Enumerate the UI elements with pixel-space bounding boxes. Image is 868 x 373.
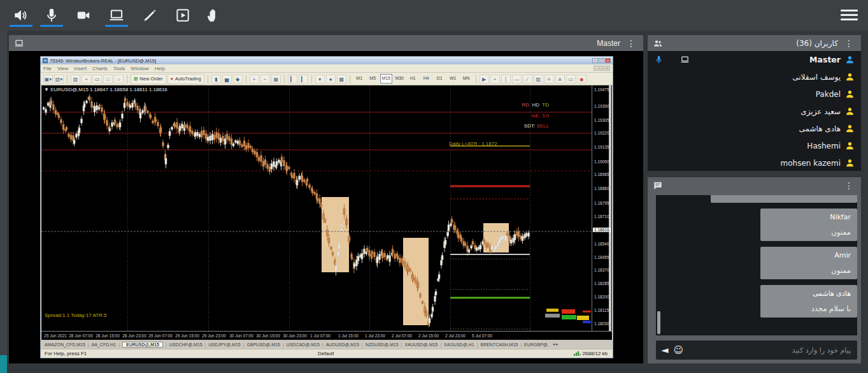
time-tick-label: 28 Jun 07:00 (69, 333, 93, 338)
mt4-window: W 75345: WindsorBrokers-REAL - [EURUSD@,… (40, 56, 613, 358)
mt4-doc-controls: –□× (594, 66, 610, 71)
price-scale: 1.194751.193901.193051.192201.191351.190… (592, 85, 612, 331)
time-tick-label: 25 Jun 2021 (44, 333, 67, 338)
time-tick-label: 1 Jul 07:00 (310, 333, 331, 338)
indicator-toe: toE: 3.0 (449, 113, 549, 119)
mt4-tool-icon: ● (326, 75, 336, 84)
price-tick-label: 1.18710 (594, 214, 609, 219)
price-tick-label: 1.18200 (594, 295, 609, 299)
user-row[interactable]: یوسف اسفلانی (648, 68, 861, 85)
time-tick-label: 29 Jun 07:00 (148, 333, 173, 338)
top-toolbar (0, 0, 868, 31)
user-name: سعید عزیزی (800, 107, 841, 116)
raise-hand-icon[interactable] (205, 7, 222, 24)
emoji-icon[interactable]: ☺ (674, 346, 684, 355)
time-tick-label: 28 Jun 15:00 (96, 333, 120, 338)
price-tick-label: 1.18115 (594, 308, 609, 312)
mt4-tool-icon: ▥▾ (54, 75, 64, 84)
indicator-rd-hd-td: RD HD TD (449, 102, 549, 108)
user-person-icon (845, 158, 855, 168)
chart-tab: EURGBP@, (524, 342, 549, 347)
spread-info-label: Spread:1.1 Today:17 ATR:5 (45, 312, 107, 318)
status-template: Default (318, 351, 334, 356)
users-panel-title: کاربران (36) (796, 39, 838, 48)
chat-panel-header: ⋮ (648, 177, 861, 193)
user-row[interactable]: mohsen kazemi (648, 154, 861, 171)
mt4-toolbar: ▣▾▥▾▧+▭□○⊞New Order●AutoTrading▮▅◆+−▦▎▎▾… (41, 73, 613, 85)
user-row[interactable]: Hashemi (648, 137, 861, 154)
partial-message-bubble (711, 195, 857, 203)
send-icon[interactable]: ◄ (661, 346, 669, 355)
user-row[interactable]: Master (648, 51, 861, 68)
camera-icon[interactable] (75, 7, 92, 24)
current-price-tag: 1.18616 (593, 228, 611, 232)
time-tick-label: 29 Jun 23:00 (202, 333, 226, 338)
user-person-icon (845, 55, 855, 64)
mt4-menu-view: View (57, 66, 68, 71)
chart-tab: NZDUSD@,M15 (366, 342, 399, 347)
time-tick-label: 30 Jun 15:00 (256, 333, 280, 338)
mt4-tool-icon: ▅ (222, 75, 232, 84)
mt4-menu-insert: Insert (74, 66, 87, 71)
time-tick-label: 1 Jul 23:00 (365, 333, 385, 338)
user-row[interactable]: هادی هاشمی (648, 120, 861, 137)
autotrading-button: ●AutoTrading (167, 74, 204, 84)
share-panel-header: Master ⋮ (9, 35, 643, 51)
new-order-button: ⊞New Order (131, 74, 166, 84)
mt4-tool-icon: ▣▾ (43, 75, 53, 84)
mt4-tool-icon: ▭ (566, 75, 576, 84)
daily-atr-label: Daily L=ATR : 1.1872 (449, 141, 497, 147)
users-options-kebab-icon[interactable]: ⋮ (842, 39, 856, 48)
chat-message-bubble: Amirممنون (760, 247, 857, 279)
close-icon: × (605, 58, 611, 63)
user-mic-icon (654, 55, 664, 64)
user-name: Pakdel (816, 90, 841, 99)
message-text: با سلام مجدد (767, 304, 851, 313)
price-tick-label: 1.19475 (594, 87, 609, 92)
microphone-icon[interactable] (43, 7, 60, 24)
user-name: یوسف اسفلانی (792, 73, 841, 82)
mt4-tool-icon: ▩ (337, 75, 346, 84)
timeframe-M30: M30 (394, 74, 406, 84)
mt4-window-controls: –□× (592, 58, 611, 63)
tab-scroll-arrows: ◂ ▸ (553, 342, 559, 347)
draw-icon[interactable] (141, 7, 158, 24)
mt4-tool-icon: ▭ (92, 75, 102, 84)
chat-scrollbar[interactable] (657, 311, 660, 334)
users-panel-header: کاربران (36) ⋮ (648, 35, 861, 51)
left-edge-strip (0, 31, 7, 373)
maximize-icon: □ (599, 58, 604, 63)
mt4-tool-icon: + (490, 75, 500, 84)
speaker-icon[interactable] (13, 7, 29, 24)
chart-tab: USDJPY@,M15 (208, 342, 240, 347)
user-row[interactable]: Pakdel (648, 85, 861, 103)
chat-options-kebab-icon[interactable]: ⋮ (842, 181, 856, 190)
screen-share-icon[interactable] (108, 7, 125, 24)
mt4-menu-tools: Tools (113, 66, 125, 71)
menu-hamburger-icon[interactable] (841, 10, 858, 22)
mt4-tool-icon: + (250, 75, 259, 84)
autotrading-label: AutoTrading (175, 76, 201, 82)
mt4-tool-icon: ◆ (233, 75, 243, 84)
users-list: Masterیوسف اسفلانیPakdelسعید عزیزیهادی ه… (648, 51, 861, 171)
user-row[interactable]: سعید عزیزی (648, 103, 861, 120)
chart-tab: AA_CFD,H1 (92, 342, 117, 347)
chat-messages: NikfarممنونAmirممنونهادی هاشمیبا سلام مج… (656, 195, 857, 335)
mt4-menu-window: Window (131, 66, 148, 71)
share-options-kebab-icon[interactable]: ⋮ (624, 39, 638, 48)
media-player-icon[interactable] (174, 7, 191, 24)
screen-share-active-underline (105, 25, 128, 27)
mt4-tool-icon: ▮ (211, 75, 221, 84)
chart-tab: GBPUSD@,M15 (247, 342, 280, 347)
chat-message-bubble: هادی هاشمیبا سلام مجدد (760, 285, 857, 318)
price-tick-label: 1.18455 (594, 255, 609, 260)
status-help-text: For Help, press F1 (45, 351, 87, 356)
mt4-chart-area: ▼ EURUSD@,M15 1.18647 1.18658 1.18611 1.… (41, 85, 612, 340)
corner-accent (0, 355, 7, 373)
chat-icon (653, 180, 663, 191)
user-name: mohsen kazemi (781, 159, 841, 168)
shared-screen-view[interactable]: W 75345: WindsorBrokers-REAL - [EURUSD@,… (9, 51, 643, 363)
price-tick-label: 1.19050 (594, 159, 609, 164)
chat-message-input[interactable] (688, 346, 852, 355)
price-tick-label: 1.19220 (594, 131, 609, 135)
